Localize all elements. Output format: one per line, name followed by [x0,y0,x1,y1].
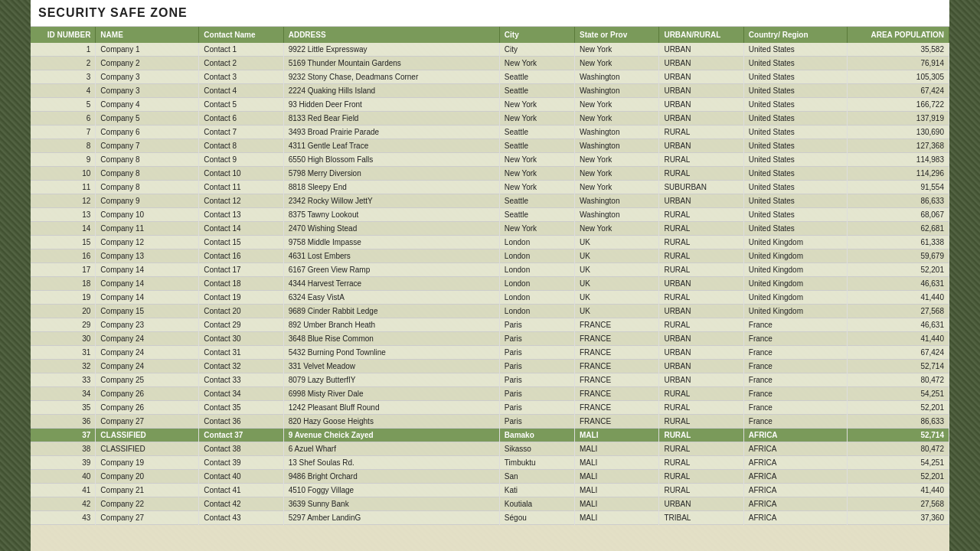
table-cell: 61,338 [847,236,949,249]
table-row: 10Company 8Contact 105798 Merry Diversio… [31,167,949,181]
table-cell: 6 Azuel Wharf [283,442,499,456]
table-cell: 31 [31,346,96,360]
table-cell: Contact 19 [199,291,283,305]
table-row: 12Company 9Contact 122342 Rocky Willow J… [31,194,949,208]
table-cell: Company 19 [96,456,199,470]
page-title: SECURITY SAFE ZONE [31,0,949,27]
table-row: 6Company 5Contact 68133 Red Bear FieldNe… [31,112,949,126]
table-cell: France [743,401,847,415]
table-cell: France [743,346,847,360]
table-cell: 9486 Bright Orchard [283,470,499,484]
table-cell: 3648 Blue Rise Common [283,332,499,346]
table-cell: UK [575,249,659,263]
table-cell: FRANCE [575,373,659,387]
table-cell: AFRICA [743,497,847,511]
table-cell: 1 [31,43,96,57]
table-cell: Company 27 [96,511,199,525]
table-cell: AFRICA [743,429,847,442]
table-cell: Company 12 [96,236,199,249]
table-cell: 9 Avenue Cheick Zayed [283,429,499,442]
table-cell: Company 6 [96,126,199,139]
table-cell: URBAN [659,305,743,318]
table-cell: 30 [31,332,96,346]
table-cell: 820 Hazy Goose Heights [283,415,499,429]
table-row: 30Company 24Contact 303648 Blue Rise Com… [31,332,949,346]
table-cell: MALI [575,429,659,442]
table-cell: SUBURBAN [659,181,743,194]
table-cell: Contact 34 [199,387,283,401]
table-cell: New York [499,181,574,194]
table-cell: RURAL [659,401,743,415]
table-cell: FRANCE [575,401,659,415]
table-cell: 52,201 [847,263,949,277]
table-cell: 4311 Gentle Leaf Trace [283,139,499,153]
table-cell: FRANCE [575,318,659,332]
table-cell: 10 [31,167,96,181]
table-cell: RURAL [659,456,743,470]
table-cell: 4631 Lost Embers [283,249,499,263]
table-cell: France [743,415,847,429]
table-cell: URBAN [659,277,743,291]
table-cell: RURAL [659,470,743,484]
table-row: 1Company 1Contact 19922 Little Expresswa… [31,43,949,57]
table-cell: France [743,318,847,332]
table-cell: United States [743,181,847,194]
table-cell: MALI [575,511,659,525]
table-header-row: ID NUMBER NAME Contact Name ADDRESS City… [31,27,949,43]
table-cell: AFRICA [743,442,847,456]
table-cell: URBAN [659,139,743,153]
table-cell: Contact 15 [199,236,283,249]
table-cell: 43 [31,511,96,525]
table-cell: MALI [575,442,659,456]
table-cell: 6167 Green View Ramp [283,263,499,277]
col-header-id: ID NUMBER [31,27,96,43]
table-cell: 8079 Lazy ButterfIY [283,373,499,387]
table-cell: RURAL [659,484,743,497]
table-cell: Contact 32 [199,360,283,373]
table-cell: Contact 38 [199,442,283,456]
table-cell: URBAN [659,497,743,511]
table-cell: Company 1 [96,43,199,57]
table-cell: RURAL [659,415,743,429]
table-row: 34Company 26Contact 346998 Misty River D… [31,387,949,401]
table-cell: 41,440 [847,332,949,346]
table-cell: 41 [31,484,96,497]
table-row: 20Company 15Contact 209689 Cinder Rabbit… [31,305,949,318]
table-cell: Paris [499,332,574,346]
table-wrapper[interactable]: ID NUMBER NAME Contact Name ADDRESS City… [31,27,949,547]
table-cell: RURAL [659,222,743,236]
table-cell: RURAL [659,167,743,181]
table-cell: 52,714 [847,360,949,373]
table-cell: 18 [31,277,96,291]
table-cell: 5169 Thunder Mountain Gardens [283,57,499,70]
table-cell: 37 [31,429,96,442]
table-cell: Company 4 [96,98,199,112]
table-cell: 5 [31,98,96,112]
table-cell: Washington [575,139,659,153]
table-row: 11Company 8Contact 118818 Sleepy EndNew … [31,181,949,194]
table-cell: Company 5 [96,112,199,126]
table-cell: Company 26 [96,401,199,415]
table-cell: URBAN [659,373,743,387]
table-cell: Contact 7 [199,126,283,139]
table-cell: URBAN [659,194,743,208]
table-row: 37CLASSIFIEDContact 379 Avenue Cheick Za… [31,429,949,442]
table-cell: France [743,360,847,373]
table-cell: United States [743,84,847,98]
table-cell: Company 8 [96,167,199,181]
table-cell: Ségou [499,511,574,525]
table-cell: URBAN [659,98,743,112]
table-cell: URBAN [659,346,743,360]
table-cell: Contact 37 [199,429,283,442]
table-cell: 13 Shef Soulas Rd. [283,456,499,470]
table-cell: 9 [31,153,96,167]
table-cell: 5432 Burning Pond Townline [283,346,499,360]
table-row: 32Company 24Contact 32331 Velvet MeadowP… [31,360,949,373]
table-cell: 54,251 [847,456,949,470]
table-cell: United Kingdom [743,263,847,277]
table-cell: FRANCE [575,387,659,401]
table-cell: 35 [31,401,96,415]
table-cell: 80,472 [847,442,949,456]
table-cell: New York [575,57,659,70]
table-cell: Contact 20 [199,305,283,318]
